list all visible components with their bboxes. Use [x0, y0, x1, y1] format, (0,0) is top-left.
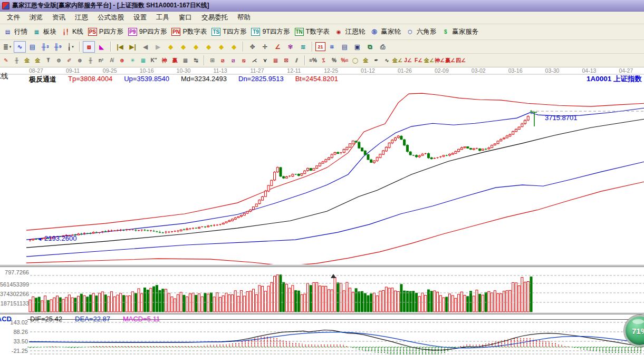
- toolbar-hexagon-button[interactable]: ⬡六角形: [406, 27, 437, 36]
- toolbar-gann-wheel-button[interactable]: ◉江恩轮: [334, 27, 366, 36]
- time-cycle-icon[interactable]: ⊛: [75, 55, 85, 65]
- bars-3-icon[interactable]: ╫3: [39, 41, 51, 53]
- toolbar-kline-button[interactable]: ╽╿K线: [61, 27, 83, 36]
- menu-item-2[interactable]: 资讯: [47, 12, 70, 23]
- pane-splitter-1[interactable]: [0, 264, 644, 267]
- bars-9-icon[interactable]: ╫9: [52, 41, 64, 53]
- grid-teal-icon[interactable]: ▦: [138, 55, 148, 65]
- dif-value: DIF=25.42: [30, 315, 62, 323]
- menu-item-9[interactable]: 帮助: [233, 12, 255, 23]
- k-mark-icon[interactable]: K″: [149, 55, 159, 65]
- gold-lines-icon[interactable]: 金: [361, 55, 371, 65]
- percent-icon[interactable]: %: [329, 55, 339, 65]
- menu-item-7[interactable]: 窗口: [174, 12, 197, 23]
- spiral-icon[interactable]: ⊚: [54, 55, 64, 65]
- ying-tool-icon[interactable]: 赢: [170, 55, 180, 65]
- 9t-square-label: 9T四方形: [262, 27, 290, 36]
- pattern-tool-icon[interactable]: ⧈: [83, 41, 95, 53]
- f-angle-icon[interactable]: F∠: [414, 55, 424, 65]
- toolbar-sectors-button[interactable]: ▦板块: [32, 27, 56, 36]
- gann-diamond-4-icon[interactable]: ◆: [203, 41, 215, 53]
- calculator-icon[interactable]: ⌗: [326, 41, 338, 53]
- gann-diamond-1-icon[interactable]: ◆: [165, 41, 177, 53]
- waves-icon[interactable]: ∿: [382, 55, 392, 65]
- menu-item-3[interactable]: 江恩: [70, 12, 93, 23]
- grid-select-icon[interactable]: ⊠: [281, 55, 291, 65]
- square-tool-icon[interactable]: ⊞: [207, 55, 217, 65]
- gold-ruler-1-icon[interactable]: 金: [22, 55, 32, 65]
- brush-icon[interactable]: ✎: [1, 55, 11, 65]
- volume-profile-tool-icon[interactable]: ◣: [95, 41, 108, 53]
- pane-splitter-2[interactable]: [0, 312, 644, 314]
- toolbar-winner-wheel-button[interactable]: Ⓑ赢家轮: [370, 27, 401, 36]
- span-arrows-icon[interactable]: ↹: [191, 55, 201, 65]
- parallel-lines-icon[interactable]: ⫽: [292, 55, 302, 65]
- marker-pen-icon[interactable]: ✐: [64, 55, 74, 65]
- toolbar-winner-service-button[interactable]: $赢家服务: [441, 27, 478, 36]
- gold-angle-icon[interactable]: 金∠: [392, 55, 402, 65]
- pan-hand-icon[interactable]: ✥: [246, 41, 258, 53]
- ruler-icon[interactable]: ╫: [12, 55, 22, 65]
- jump-last-icon[interactable]: ▶|: [127, 41, 139, 53]
- pen-icon[interactable]: ✒: [371, 55, 381, 65]
- save-icon[interactable]: ▣: [351, 41, 363, 53]
- gold-angle-2-icon[interactable]: 金∠: [424, 55, 434, 65]
- fan-purple-icon[interactable]: ⧄: [228, 55, 238, 65]
- step-forward-icon[interactable]: ▶: [152, 41, 164, 53]
- shen-tool-icon[interactable]: 神: [159, 55, 169, 65]
- step-back-icon[interactable]: ◀: [139, 41, 151, 53]
- gann-shape-icon[interactable]: ✾: [284, 41, 296, 53]
- candle-style-dropdown-icon[interactable]: ╽▾: [64, 41, 76, 53]
- star-grid-icon[interactable]: ✳: [128, 55, 138, 65]
- n-square-icon[interactable]: n²: [96, 55, 106, 65]
- percent-lines-icon[interactable]: %≡: [340, 55, 350, 65]
- share-icon[interactable]: ⧉: [364, 41, 376, 53]
- angle-mirror-icon[interactable]: A̸: [107, 55, 117, 65]
- toolbar-9t-square-button[interactable]: T99T四方形: [251, 27, 290, 36]
- shen-angle-icon[interactable]: 神∠: [435, 55, 445, 65]
- gann-diamond-5-icon[interactable]: ◆: [215, 41, 227, 53]
- v-marker-icon[interactable]: ⋎: [260, 55, 270, 65]
- menu-item-6[interactable]: 工具: [151, 12, 174, 23]
- notes-icon[interactable]: ▤: [339, 41, 351, 53]
- gann-diamond-2-icon[interactable]: ◆: [177, 41, 189, 53]
- toolbar-t-square-button[interactable]: TST四方形: [212, 27, 246, 36]
- menu-item-5[interactable]: 设置: [129, 12, 151, 23]
- toolbar-quotes-button[interactable]: ▤行情: [3, 27, 27, 36]
- print-icon[interactable]: ⎙: [377, 41, 389, 53]
- angle-measure-icon[interactable]: ∠: [272, 41, 284, 53]
- percent-list-icon[interactable]: ≡%: [308, 55, 318, 65]
- toolbar-t-table-button[interactable]: TNT数字表: [295, 27, 330, 36]
- gann-diamond-3-icon[interactable]: ◆: [190, 41, 202, 53]
- wave-lines-icon[interactable]: ≋: [297, 41, 309, 53]
- toolbar-9p-square-button[interactable]: P99P四方形: [128, 27, 167, 36]
- menu-item-1[interactable]: 浏览: [25, 12, 47, 23]
- toolbar-p-square-button[interactable]: PSP四方形: [88, 27, 123, 36]
- fan-red-icon[interactable]: ⧄: [218, 55, 228, 65]
- crosshair-icon[interactable]: ✛: [259, 41, 271, 53]
- toolbar-p-table-button[interactable]: PNP数字表: [171, 27, 207, 36]
- si-angle-icon[interactable]: 四∠: [456, 55, 466, 65]
- gann-diamond-6-icon[interactable]: ◆: [228, 41, 240, 53]
- menu-item-8[interactable]: 交易委托: [197, 12, 233, 23]
- grid-123-icon[interactable]: ▦: [180, 55, 190, 65]
- circle-cross-icon[interactable]: ⊕: [117, 55, 127, 65]
- ruler-2-icon[interactable]: ╫: [85, 55, 95, 65]
- percent-red-icon[interactable]: ⁒: [319, 55, 329, 65]
- ying-angle-icon[interactable]: 赢∠: [445, 55, 455, 65]
- gold-ruler-2-icon[interactable]: 金: [33, 55, 43, 65]
- grid-red-icon[interactable]: ▦: [271, 55, 281, 65]
- report-view-icon[interactable]: ▤: [26, 41, 39, 53]
- gold-circle-icon[interactable]: ◯: [350, 55, 360, 65]
- rays-icon[interactable]: ⋌: [249, 55, 259, 65]
- wave-tool-icon[interactable]: ∿: [14, 41, 26, 53]
- kline-tab[interactable]: K线: [0, 72, 8, 81]
- menu-item-4[interactable]: 公式选股: [93, 12, 129, 23]
- calendar-icon[interactable]: 21: [315, 42, 325, 51]
- jump-first-icon[interactable]: |◀: [114, 41, 126, 53]
- menu-item-0[interactable]: 文件: [2, 12, 25, 23]
- j-angle-icon[interactable]: J∠: [403, 55, 413, 65]
- fan-box-icon[interactable]: ⧅: [239, 55, 249, 65]
- kline-style-dropdown-icon[interactable]: ≣▾: [1, 41, 13, 53]
- f-ruler-icon[interactable]: Ŧ: [43, 55, 53, 65]
